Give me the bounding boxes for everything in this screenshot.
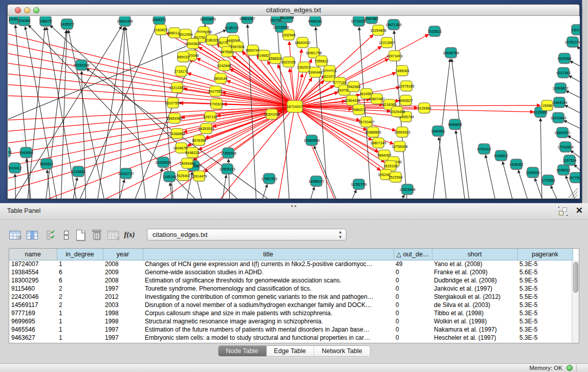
memory-ok-indicator[interactable] <box>567 365 573 371</box>
network-node[interactable]: 19384554 <box>303 135 319 146</box>
network-node[interactable]: 14099489 <box>179 158 195 169</box>
network-node[interactable]: 7515523 <box>427 26 441 37</box>
network-node[interactable]: 12093872 <box>552 83 568 94</box>
column-header-title[interactable]: title <box>143 249 394 260</box>
network-node[interactable]: 1640951 <box>431 126 445 137</box>
network-node[interactable]: 111275 <box>572 25 580 35</box>
network-node[interactable]: 1588520 <box>268 53 282 64</box>
network-node[interactable]: 204084 <box>18 16 30 26</box>
network-node[interactable]: 16033809 <box>200 16 215 25</box>
network-node[interactable]: 15751074 <box>564 37 580 48</box>
network-node[interactable]: 9194512 <box>494 150 508 161</box>
network-node[interactable]: 1332546 <box>281 30 295 40</box>
network-node[interactable]: 2687682 <box>364 16 378 24</box>
table-scrollbar[interactable] <box>572 260 579 343</box>
scrollbar-thumb[interactable] <box>573 262 578 293</box>
network-node[interactable]: 16648784 <box>443 48 459 58</box>
network-node[interactable]: 1593954 <box>19 147 33 158</box>
network-node[interactable]: 9830811 <box>40 159 54 169</box>
network-node[interactable]: 1145194 <box>163 171 177 182</box>
column-header-out_degree[interactable]: △ out_de… <box>394 249 432 260</box>
network-node[interactable]: 2803144 <box>213 73 227 84</box>
tab-edge-table[interactable]: Edge Table <box>266 346 314 356</box>
network-node[interactable]: 18300295 <box>264 109 279 120</box>
row-height-icon[interactable] <box>59 228 73 242</box>
table-row[interactable]: 2242004622012Investigating the contribut… <box>9 293 573 301</box>
network-node[interactable]: 2967608 <box>230 41 244 52</box>
table-row[interactable]: 977716911998Corpus callosum shape and si… <box>9 309 573 317</box>
network-node[interactable]: 16782759 <box>351 179 366 190</box>
network-node[interactable]: 3919412 <box>8 163 22 173</box>
network-node[interactable]: 19671355 <box>385 19 401 30</box>
network-node[interactable]: 10973493 <box>386 51 402 61</box>
network-node[interactable]: 20153346 <box>73 60 89 71</box>
column-header-in_degree[interactable]: in_degree <box>57 249 103 260</box>
network-node[interactable]: 9115460 <box>418 103 431 114</box>
close-panel-icon[interactable]: ✕ <box>576 206 583 216</box>
new-table-icon[interactable] <box>74 228 87 242</box>
network-node[interactable]: 16154808 <box>370 25 386 36</box>
network-node[interactable]: 7955812 <box>314 56 328 67</box>
network-node[interactable]: 989031 <box>177 52 189 62</box>
tab-node-table[interactable]: Node Table <box>218 346 266 356</box>
network-node[interactable]: 18640910 <box>294 37 310 48</box>
table-selector-dropdown[interactable]: citations_edges.txt ▲▼ <box>147 229 346 240</box>
network-node[interactable]: 14353534 <box>198 123 214 134</box>
float-panel-icon[interactable] <box>558 207 568 216</box>
network-node[interactable]: 18107554 <box>165 98 181 108</box>
network-node[interactable]: 1695282 <box>509 159 523 170</box>
network-node[interactable]: 7986372 <box>352 104 365 115</box>
network-node[interactable]: 8186328 <box>205 35 219 46</box>
network-node[interactable]: 20206536 <box>155 157 171 168</box>
table-row[interactable]: 1872400712008Changes of HCN gene express… <box>9 260 573 268</box>
network-node[interactable]: 13213383 <box>169 82 185 93</box>
network-node[interactable]: 18807249 <box>370 138 386 148</box>
network-node[interactable]: 7625402 <box>176 170 190 181</box>
column-header-year[interactable]: year <box>103 249 143 260</box>
network-node[interactable]: 16958107 <box>308 176 324 187</box>
network-node[interactable]: 19654923 <box>394 127 410 138</box>
network-node[interactable]: 9245012 <box>556 165 570 176</box>
network-node[interactable]: 1215682 <box>71 166 85 177</box>
network-node[interactable]: 1094533 <box>526 167 539 178</box>
network-node[interactable]: 2718176 <box>174 66 188 77</box>
network-node[interactable]: 17359928 <box>220 148 236 159</box>
table-row[interactable]: 946554611997Estimation of the future num… <box>9 325 573 334</box>
network-node[interactable]: 18724007 <box>287 101 303 113</box>
network-node[interactable]: 9227343 <box>556 68 570 78</box>
network-node[interactable]: 1770353 <box>541 175 555 186</box>
network-canvas[interactable]: 1635142040841965751405572208914062064371… <box>8 16 580 199</box>
column-header-name[interactable]: name <box>9 249 57 260</box>
network-node[interactable]: 17016504 <box>557 142 573 152</box>
network-node[interactable]: 16914479 <box>191 171 207 182</box>
network-node[interactable]: 8322035 <box>281 57 295 68</box>
table-row[interactable]: 1830029562008Estimation of significance … <box>9 276 573 285</box>
network-node[interactable]: 8135722 <box>225 23 238 33</box>
network-node[interactable]: 10025458 <box>389 106 405 117</box>
table-row[interactable]: 1456911722003Disruption of a novel membe… <box>9 301 573 309</box>
table-row[interactable]: 969969511998Structural magnetic resonanc… <box>9 317 573 325</box>
network-node[interactable]: 9329966 <box>557 53 571 64</box>
network-node[interactable]: 1677534 <box>569 172 580 183</box>
network-node[interactable]: 6466161 <box>308 16 322 27</box>
network-node[interactable]: 10688809 <box>365 127 381 138</box>
network-node[interactable]: 1405572 <box>60 19 74 30</box>
network-node[interactable]: 13756928 <box>391 141 407 152</box>
network-node[interactable]: 2620650 <box>8 147 12 158</box>
network-node[interactable]: 19654985 <box>166 113 182 124</box>
network-node[interactable]: 1990448 <box>308 67 322 78</box>
network-node[interactable]: 196575 <box>39 16 52 27</box>
window-titlebar[interactable]: citations_edges.txt <box>8 5 579 16</box>
delete-table-icon[interactable] <box>90 228 103 242</box>
function-builder-icon[interactable]: f(x) <box>123 228 136 242</box>
network-node[interactable]: 7485063 <box>395 65 409 76</box>
network-node[interactable]: 6791912 <box>477 144 491 155</box>
network-node[interactable]: 15692971 <box>554 127 570 138</box>
network-node[interactable]: 7163822 <box>154 25 167 35</box>
network-node[interactable]: 19142737 <box>118 168 134 179</box>
network-node[interactable]: 2522544 <box>388 172 402 183</box>
network-node[interactable]: 12505123 <box>219 164 235 174</box>
column-header-short[interactable]: short <box>432 249 517 260</box>
show-columns-icon[interactable] <box>26 228 39 242</box>
table-row[interactable]: 946362711997Embryonic stem cells: a mode… <box>9 334 573 342</box>
